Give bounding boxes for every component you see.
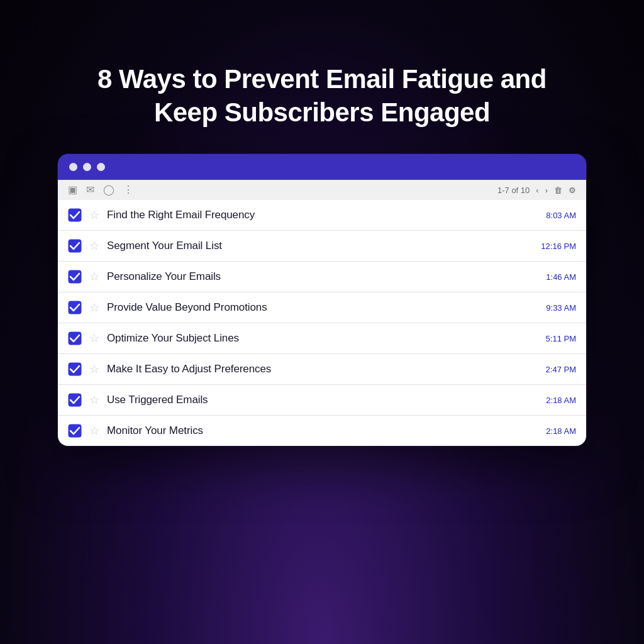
browser-window: ▣ ✉ ◯ ⋮ 1-7 of 10 ‹ › 🗑 ⚙ ☆Find the Righ… bbox=[58, 154, 586, 446]
checkbox-icon[interactable] bbox=[68, 270, 82, 284]
main-title: 8 Ways to Prevent Email Fatigue and Keep… bbox=[97, 63, 547, 129]
email-subject: Find the Right Email Frequency bbox=[107, 209, 538, 221]
email-row[interactable]: ☆Find the Right Email Frequency8:03 AM bbox=[58, 200, 586, 231]
checkbox-icon[interactable] bbox=[68, 331, 82, 345]
toolbar-left: ▣ ✉ ◯ ⋮ bbox=[68, 185, 133, 195]
title-area: 8 Ways to Prevent Email Fatigue and Keep… bbox=[47, 63, 597, 129]
star-icon[interactable]: ☆ bbox=[89, 302, 99, 313]
email-subject: Personalize Your Emails bbox=[107, 270, 538, 283]
email-row[interactable]: ☆Monitor Your Metrics2:18 AM bbox=[58, 416, 586, 446]
email-time: 2:18 AM bbox=[546, 426, 576, 436]
toolbar-right: 1-7 of 10 ‹ › 🗑 ⚙ bbox=[497, 186, 576, 195]
prev-icon[interactable]: ‹ bbox=[536, 186, 538, 195]
checkbox-icon[interactable] bbox=[68, 208, 82, 222]
next-icon[interactable]: › bbox=[545, 186, 548, 195]
mail-toolbar-icon[interactable]: ✉ bbox=[86, 185, 94, 195]
email-list: ☆Find the Right Email Frequency8:03 AM ☆… bbox=[58, 200, 586, 446]
pagination-label: 1-7 of 10 bbox=[497, 186, 530, 195]
email-subject: Monitor Your Metrics bbox=[107, 425, 538, 437]
checkbox-icon[interactable] bbox=[68, 362, 82, 376]
email-time: 5:11 PM bbox=[546, 334, 576, 343]
email-subject: Provide Value Beyond Promotions bbox=[107, 301, 538, 314]
email-row[interactable]: ☆Provide Value Beyond Promotions9:33 AM bbox=[58, 292, 586, 323]
window-dot-2 bbox=[83, 163, 91, 171]
email-row[interactable]: ☆Personalize Your Emails1:46 AM bbox=[58, 262, 586, 292]
browser-titlebar bbox=[58, 154, 586, 180]
star-icon[interactable]: ☆ bbox=[89, 394, 99, 406]
star-icon[interactable]: ☆ bbox=[89, 209, 99, 221]
window-dot-3 bbox=[97, 163, 105, 171]
email-time: 2:18 AM bbox=[546, 396, 576, 405]
star-icon[interactable]: ☆ bbox=[89, 240, 99, 252]
checkbox-icon[interactable] bbox=[68, 301, 82, 314]
checkbox-icon[interactable] bbox=[68, 424, 82, 438]
email-subject: Segment Your Email List bbox=[107, 240, 533, 252]
more-toolbar-icon[interactable]: ⋮ bbox=[123, 185, 133, 195]
email-row[interactable]: ☆Optimize Your Subject Lines5:11 PM bbox=[58, 323, 586, 354]
email-subject: Make It Easy to Adjust Preferences bbox=[107, 363, 538, 375]
email-subject: Use Triggered Emails bbox=[107, 394, 538, 406]
email-row[interactable]: ☆Use Triggered Emails2:18 AM bbox=[58, 385, 586, 416]
email-time: 2:47 PM bbox=[546, 365, 576, 374]
checkbox-icon[interactable] bbox=[68, 393, 82, 407]
window-dot-1 bbox=[69, 163, 77, 171]
alert-toolbar-icon[interactable]: ◯ bbox=[103, 185, 114, 195]
checkbox-icon[interactable] bbox=[68, 239, 82, 253]
star-icon[interactable]: ☆ bbox=[89, 425, 99, 436]
email-subject: Optimize Your Subject Lines bbox=[107, 332, 538, 345]
trash-icon[interactable]: 🗑 bbox=[554, 186, 562, 195]
email-row[interactable]: ☆Segment Your Email List12:16 PM bbox=[58, 231, 586, 262]
checkbox-toolbar-icon[interactable]: ▣ bbox=[68, 185, 77, 195]
email-time: 8:03 AM bbox=[546, 211, 576, 220]
email-time: 9:33 AM bbox=[546, 303, 576, 313]
star-icon[interactable]: ☆ bbox=[89, 364, 99, 375]
browser-toolbar: ▣ ✉ ◯ ⋮ 1-7 of 10 ‹ › 🗑 ⚙ bbox=[58, 180, 586, 200]
star-icon[interactable]: ☆ bbox=[89, 333, 99, 344]
email-row[interactable]: ☆Make It Easy to Adjust Preferences2:47 … bbox=[58, 354, 586, 385]
email-time: 1:46 AM bbox=[546, 272, 576, 282]
star-icon[interactable]: ☆ bbox=[89, 271, 99, 282]
settings-icon[interactable]: ⚙ bbox=[569, 186, 576, 195]
email-time: 12:16 PM bbox=[541, 242, 576, 251]
